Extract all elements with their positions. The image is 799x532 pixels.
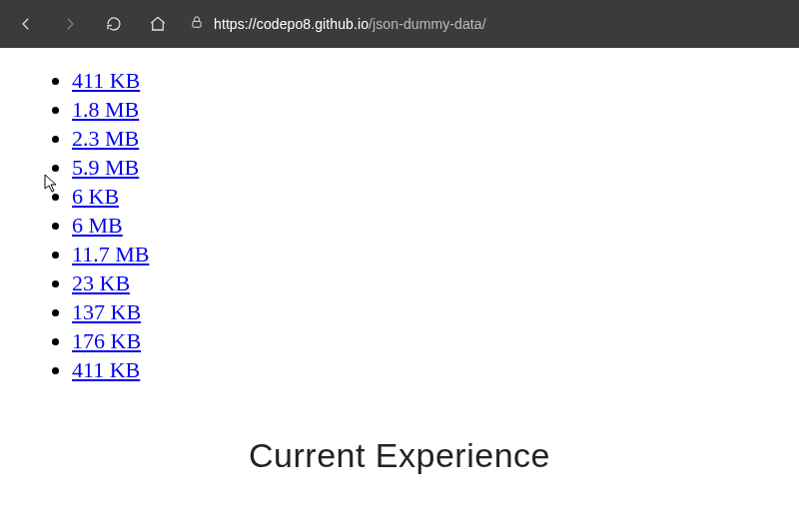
file-size-list: 411 KB 1.8 MB 2.3 MB 5.9 MB 6 KB 6 MB 11… [72, 66, 799, 384]
file-link[interactable]: 411 KB [72, 68, 140, 93]
list-item: 137 KB [72, 297, 799, 326]
page-content: 411 KB 1.8 MB 2.3 MB 5.9 MB 6 KB 6 MB 11… [0, 48, 799, 475]
svg-rect-0 [193, 21, 201, 27]
list-item: 176 KB [72, 326, 799, 355]
file-link[interactable]: 5.9 MB [72, 155, 139, 180]
file-link[interactable]: 11.7 MB [72, 242, 149, 266]
file-link[interactable]: 1.8 MB [72, 97, 139, 122]
home-button[interactable] [138, 6, 178, 42]
file-link[interactable]: 23 KB [72, 270, 130, 295]
file-link[interactable]: 137 KB [72, 299, 141, 324]
file-link[interactable]: 6 MB [72, 213, 123, 238]
list-item: 11.7 MB [72, 240, 799, 268]
forward-button[interactable] [50, 6, 90, 42]
list-item: 5.9 MB [72, 153, 799, 182]
list-item: 1.8 MB [72, 95, 799, 124]
refresh-button[interactable] [94, 6, 134, 42]
file-link[interactable]: 2.3 MB [72, 126, 139, 151]
list-item: 411 KB [72, 355, 799, 384]
browser-toolbar: https://codepo8.github.io/json-dummy-dat… [0, 0, 799, 48]
list-item: 411 KB [72, 66, 799, 95]
url-host: https://codepo8.github.io [214, 16, 369, 32]
url-path: /json-dummy-data/ [369, 16, 486, 32]
lock-icon [190, 15, 204, 33]
list-item: 6 KB [72, 182, 799, 211]
back-button[interactable] [6, 6, 46, 42]
list-item: 6 MB [72, 211, 799, 240]
list-item: 23 KB [72, 268, 799, 297]
address-bar[interactable]: https://codepo8.github.io/json-dummy-dat… [182, 15, 793, 33]
section-heading: Current Experience [0, 436, 799, 475]
url-text: https://codepo8.github.io/json-dummy-dat… [214, 16, 785, 32]
list-item: 2.3 MB [72, 124, 799, 153]
file-link[interactable]: 411 KB [72, 357, 140, 382]
file-link[interactable]: 176 KB [72, 328, 141, 353]
file-link[interactable]: 6 KB [72, 184, 119, 209]
